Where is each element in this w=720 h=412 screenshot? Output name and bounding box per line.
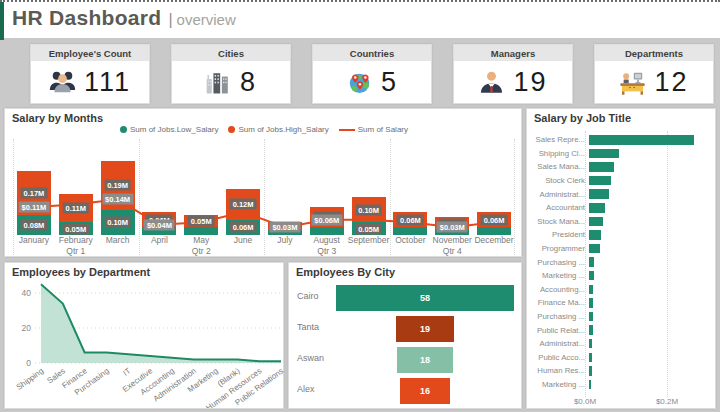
kpi-value: 8: [240, 67, 257, 98]
kpi-card-title: Cities: [172, 45, 290, 61]
city-bar[interactable]: 58: [336, 285, 514, 311]
legend-item: Sum of Salary: [339, 125, 408, 134]
job-title-row: Administrat...: [531, 187, 713, 201]
area-fill[interactable]: [41, 284, 281, 363]
page-subtitle: overview: [177, 11, 236, 28]
job-salary-bar[interactable]: [589, 135, 694, 145]
quarter-tick-label: Qtr 4: [390, 246, 516, 256]
job-title-row: Stock Clerk: [531, 174, 713, 188]
accent-stripe: [0, 2, 4, 40]
line-data-label: $0.03M: [269, 222, 300, 233]
salary-by-job-title-panel[interactable]: Salary by Job Title Sales Repre...Shippi…: [526, 108, 716, 409]
legend-line-marker: [339, 129, 355, 131]
city-bar[interactable]: 19: [396, 316, 454, 342]
y-tick-label: 20: [22, 323, 32, 333]
chart-title: Salary by Months: [12, 112, 103, 124]
y-tick-label: 40: [22, 288, 32, 298]
x-tick-0: $0.0M: [574, 397, 596, 406]
line-data-label: $0.06M: [311, 214, 342, 225]
job-salary-bar[interactable]: [589, 312, 593, 322]
job-salary-bar[interactable]: [589, 339, 592, 349]
month-tick-label: July: [264, 235, 306, 245]
x-category-label: IT: [121, 366, 132, 378]
city-row: Cairo58: [289, 283, 523, 313]
bar-data-label: 0.06M: [481, 214, 508, 225]
chart-title: Employees By City: [296, 266, 395, 278]
job-salary-bar[interactable]: [589, 217, 603, 227]
month-tick-label: August: [306, 235, 348, 245]
month-tick-label: January: [13, 235, 55, 245]
job-salary-bar[interactable]: [589, 176, 611, 186]
job-salary-bar[interactable]: [589, 325, 593, 335]
city-label: Tanta: [297, 322, 319, 332]
area-chart: 40200ShippingSalesFinancePurchasingITExe…: [5, 281, 285, 408]
job-title-label: Administrat...: [531, 339, 589, 348]
kpi-value: 5: [381, 67, 398, 98]
chart-title: Employees by Department: [12, 266, 150, 278]
kpi-card-departments[interactable]: Departments 12: [594, 44, 714, 104]
report-header: HR Dashboard|overview: [0, 0, 720, 38]
job-salary-bar[interactable]: [589, 162, 614, 172]
job-salary-bar[interactable]: [589, 271, 594, 281]
x-tick-1: $0.2M: [656, 397, 678, 406]
bar-data-label: 0.06M: [397, 214, 424, 225]
job-title-label: Programmer: [531, 244, 589, 253]
job-salary-bar[interactable]: [589, 257, 594, 267]
line-data-label: $0.11M: [19, 201, 50, 212]
kpi-card-managers[interactable]: Managers 19: [453, 44, 573, 104]
job-salary-bar[interactable]: [589, 149, 619, 159]
city-row: Alex16: [289, 376, 523, 406]
kpi-card-title: Countries: [313, 45, 431, 61]
month-tick-label: May: [180, 235, 222, 245]
kpi-card-employee-count[interactable]: Employee's Count 111: [30, 44, 150, 104]
kpi-card-cities[interactable]: Cities 8: [171, 44, 291, 104]
bar-data-label: 0.08M: [20, 219, 47, 230]
bar-data-label: 0.05M: [188, 215, 215, 226]
manager-icon: [478, 69, 505, 96]
month-tick-label: March: [97, 235, 139, 245]
employees-by-department-panel[interactable]: Employees by Department 40200ShippingSal…: [4, 262, 284, 409]
x-category-label: Shipping: [15, 366, 45, 392]
job-salary-bar[interactable]: [589, 244, 600, 254]
legend-item: Sum of Jobs.Low_Salary: [120, 125, 219, 134]
kpi-card-countries[interactable]: Countries 5: [312, 44, 432, 104]
job-title-bars: Sales Repre...Shipping Cl...Sales Mana..…: [531, 133, 713, 391]
legend-dot-marker: [228, 126, 235, 133]
line-data-label: $0.14M: [102, 194, 133, 205]
kpi-value: 12: [654, 67, 688, 98]
job-title-label: Accountant: [531, 203, 589, 212]
job-title-label: Stock Clerk: [531, 176, 589, 185]
month-tick-label: September: [348, 235, 390, 245]
job-salary-bar[interactable]: [589, 189, 609, 199]
office-desk-icon: [619, 69, 646, 96]
job-title-row: Marketing ...: [531, 269, 713, 283]
city-bar[interactable]: 16: [400, 378, 449, 404]
job-title-row: Accounting...: [531, 283, 713, 297]
job-salary-bar[interactable]: [589, 285, 593, 295]
job-salary-bar[interactable]: [589, 230, 601, 240]
job-title-label: Administrat...: [531, 190, 589, 199]
kpi-card-title: Managers: [454, 45, 572, 61]
job-salary-bar[interactable]: [589, 353, 592, 363]
job-title-label: Human Res...: [531, 366, 589, 375]
legend-dot-marker: [120, 126, 127, 133]
employees-by-city-panel[interactable]: Employees By City Cairo58Tanta19Aswan18A…: [288, 262, 522, 409]
job-salary-bar[interactable]: [589, 380, 591, 390]
city-bar[interactable]: 18: [397, 347, 452, 373]
job-salary-bar[interactable]: [589, 203, 605, 213]
kpi-row: Employee's Count 111 Cities 8 Countries …: [30, 44, 714, 104]
salary-by-months-panel[interactable]: Salary by Months Sum of Jobs.Low_SalaryS…: [4, 108, 522, 257]
y-tick-label: 0: [26, 358, 31, 368]
job-title-label: Marketing ...: [531, 271, 589, 280]
quarter-tick-label: Qtr 2: [139, 246, 265, 256]
bar-data-label: 0.10M: [355, 204, 382, 215]
job-salary-bar[interactable]: [589, 366, 592, 376]
bar-data-label: 0.05M: [355, 223, 382, 234]
job-title-row: Public Acco...: [531, 351, 713, 365]
month-tick-label: February: [55, 235, 97, 245]
kpi-value: 19: [513, 67, 547, 98]
job-salary-bar[interactable]: [589, 298, 593, 308]
people-group-icon: [49, 69, 76, 96]
city-row: Tanta19: [289, 314, 523, 344]
job-title-label: Public Relat...: [531, 326, 589, 335]
